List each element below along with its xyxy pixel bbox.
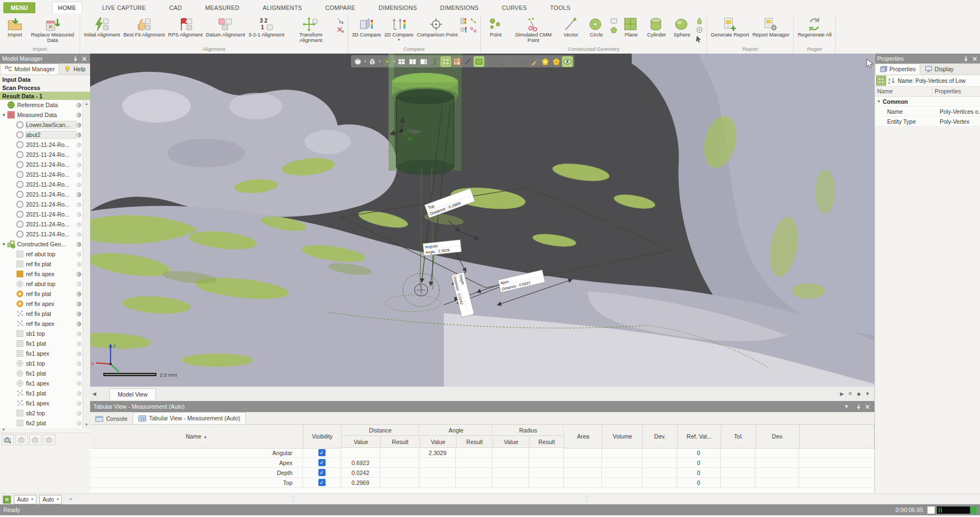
item-visibility-icon[interactable] xyxy=(76,192,82,198)
torus-geometry-icon[interactable] xyxy=(695,26,704,34)
item-visibility-icon[interactable] xyxy=(76,182,82,188)
ribbon-button-circle[interactable]: Circle xyxy=(584,16,609,38)
item-visibility-icon[interactable] xyxy=(76,301,82,307)
bounding-box-icon[interactable] xyxy=(382,56,392,67)
menu-tab-curves[interactable]: CURVES xyxy=(499,2,530,13)
ribbon-button-2d-compare[interactable]: 2D Compare▾ xyxy=(382,16,415,43)
ribbon-button-vector[interactable]: Vector xyxy=(558,16,584,38)
column-header-distance_value[interactable]: Value xyxy=(342,436,381,448)
tab-tabular-view[interactable]: Tabular View - Measurement (Auto) xyxy=(133,412,246,424)
column-header-dev[interactable]: Dev. xyxy=(643,425,678,449)
ribbon-button-generate-report[interactable]: Generate Report xyxy=(709,16,751,38)
item-visibility-icon[interactable] xyxy=(76,351,82,357)
rectangle-geometry-icon[interactable] xyxy=(610,17,618,25)
brush-selection-icon[interactable] xyxy=(529,56,539,67)
column-header-volume[interactable]: Volume xyxy=(602,425,643,449)
item-visibility-icon[interactable] xyxy=(76,391,82,397)
pin-icon[interactable] xyxy=(962,55,969,62)
scale-alignment-icon[interactable]: a xyxy=(337,26,345,34)
ribbon-button-comparison-point[interactable]: Comparison Point xyxy=(415,16,459,38)
tree-item-fix1-apex[interactable]: fix1 apex xyxy=(0,378,90,388)
item-visibility-icon[interactable] xyxy=(76,251,82,257)
snapshot-save-button[interactable] xyxy=(43,434,55,445)
section-scan-process[interactable]: Scan Process xyxy=(0,83,90,92)
tree-item-ref-abut-top[interactable]: ref abut top xyxy=(0,249,90,259)
item-visibility-icon[interactable] xyxy=(76,162,82,168)
column-header-angle_result[interactable]: Result xyxy=(457,436,493,448)
column-header-dev2[interactable]: Dev. xyxy=(756,425,800,449)
categorize-icon[interactable] xyxy=(877,76,885,85)
3d-viewport-canvas[interactable]: Top Distance : 0.2969 Angular Angle : 2.… xyxy=(90,54,874,387)
tree-item-fix1-apex[interactable]: fix1 apex xyxy=(0,349,90,358)
cone-geometry-icon[interactable] xyxy=(695,17,704,25)
tree-item-fix1-apex[interactable]: fix1 apex xyxy=(0,398,90,408)
dropdown-arrow-icon[interactable]: ▾ xyxy=(379,59,380,64)
close-icon[interactable] xyxy=(971,55,978,62)
item-visibility-icon[interactable] xyxy=(76,321,82,327)
implant-cylinder[interactable] xyxy=(389,54,462,175)
item-visibility-icon[interactable] xyxy=(76,381,82,387)
item-visibility-icon[interactable] xyxy=(76,132,82,138)
layout-split-vertical-icon[interactable] xyxy=(407,56,418,67)
close-icon[interactable] xyxy=(81,55,88,62)
close-view-icon[interactable]: ✕ xyxy=(848,391,853,397)
shield-a-icon[interactable] xyxy=(540,56,551,67)
visibility-checkbox[interactable]: ✓ xyxy=(318,459,326,466)
pick-geometry-icon[interactable] xyxy=(695,35,704,43)
properties-tab-display[interactable]: Display xyxy=(920,64,958,75)
item-visibility-icon[interactable] xyxy=(76,122,82,128)
dropdown-arrow-icon[interactable]: ▾ xyxy=(398,38,400,42)
tree-item-2021-11-24-ro-[interactable]: 2021-11-24-Ro... xyxy=(0,140,90,150)
menu-tab-compare[interactable]: COMPARE xyxy=(322,2,358,13)
deviation-grid-icon[interactable] xyxy=(452,56,462,67)
item-visibility-icon[interactable] xyxy=(76,271,82,277)
menu-tab-dimensions[interactable]: DIMENSIONS xyxy=(437,2,482,13)
tree-item-fix1-plat[interactable]: fix1 plat xyxy=(0,339,90,349)
tree-item-ref-fix-plat[interactable]: ref fix plat xyxy=(0,289,90,299)
view-list-icon[interactable]: ▼ xyxy=(865,391,870,397)
item-visibility-icon[interactable] xyxy=(76,291,82,297)
collapse-arrow-icon[interactable]: ▼ xyxy=(1,113,7,118)
pick-coordinate-icon[interactable] xyxy=(429,56,440,67)
item-visibility-icon[interactable] xyxy=(76,112,82,118)
3d-scene[interactable]: Top Distance : 0.2969 Angular Angle : 2.… xyxy=(90,54,874,387)
visibility-checkbox[interactable]: ✓ xyxy=(318,479,326,486)
item-visibility-icon[interactable] xyxy=(76,341,82,347)
column-header-distance_result[interactable]: Result xyxy=(381,436,420,448)
item-visibility-icon[interactable] xyxy=(76,371,82,377)
shield-b-icon[interactable] xyxy=(551,56,562,67)
circle-selection-plus-icon[interactable] xyxy=(496,56,506,67)
ribbon-button-datum-alignment[interactable]: Datum Alignment xyxy=(205,16,247,38)
column-header-angle_value[interactable]: Value xyxy=(420,436,457,448)
tree-item-2021-11-24-ro-[interactable]: 2021-11-24-Ro... xyxy=(0,150,90,160)
tree-item-2021-11-24-ro-[interactable]: 2021-11-24-Ro... xyxy=(0,170,90,180)
measurement-row-apex[interactable]: Apex✓0.69230 xyxy=(90,458,874,468)
tree-item-sb1-top[interactable]: sb1 top xyxy=(0,358,90,368)
scroll-up-icon[interactable]: ▲ xyxy=(83,100,90,107)
tree-item-constructed-geo-[interactable]: ▼Constructed Geo... xyxy=(0,239,90,249)
column-header-ref_val[interactable]: Ref. Val... xyxy=(678,425,721,449)
ribbon-button-cylinder[interactable]: Cylinder xyxy=(644,16,669,38)
property-row-entity-type[interactable]: Entity TypePoly-Vertex xyxy=(875,117,980,126)
sort-icon[interactable]: AZ xyxy=(887,76,896,85)
menu-tab-tools[interactable]: TOOLS xyxy=(547,2,574,13)
measurement-row-angular[interactable]: Angular✓2.30290 xyxy=(90,448,874,458)
visibility-checkbox[interactable]: ✓ xyxy=(318,449,326,456)
tree-item-fix2-plat[interactable]: fix2 plat xyxy=(0,418,90,428)
item-visibility-icon[interactable] xyxy=(76,152,82,158)
menu-tab-cad[interactable]: CAD xyxy=(166,2,185,13)
more-options-icon[interactable]: ▾ xyxy=(70,497,72,502)
polygon-geometry-icon[interactable] xyxy=(610,26,618,34)
ribbon-button-regenerate-all[interactable]: Regenerate All xyxy=(796,16,833,38)
item-visibility-icon[interactable] xyxy=(76,172,82,178)
whisker-option-b-icon[interactable] xyxy=(460,26,468,34)
lasso-selection-plus-icon[interactable] xyxy=(518,56,528,67)
item-visibility-icon[interactable] xyxy=(76,420,82,426)
ribbon-button-transform-alignment[interactable]: Transform Alignment xyxy=(286,16,336,44)
tree-item-2021-11-24-ro-[interactable]: 2021-11-24-Ro... xyxy=(0,180,90,189)
item-visibility-icon[interactable] xyxy=(76,212,82,218)
section-result-data-1[interactable]: Result Data - 1 xyxy=(0,92,90,100)
item-visibility-icon[interactable] xyxy=(76,410,82,416)
whisker-option-a-icon[interactable] xyxy=(460,17,468,25)
group-header[interactable]: Distance xyxy=(342,425,420,436)
